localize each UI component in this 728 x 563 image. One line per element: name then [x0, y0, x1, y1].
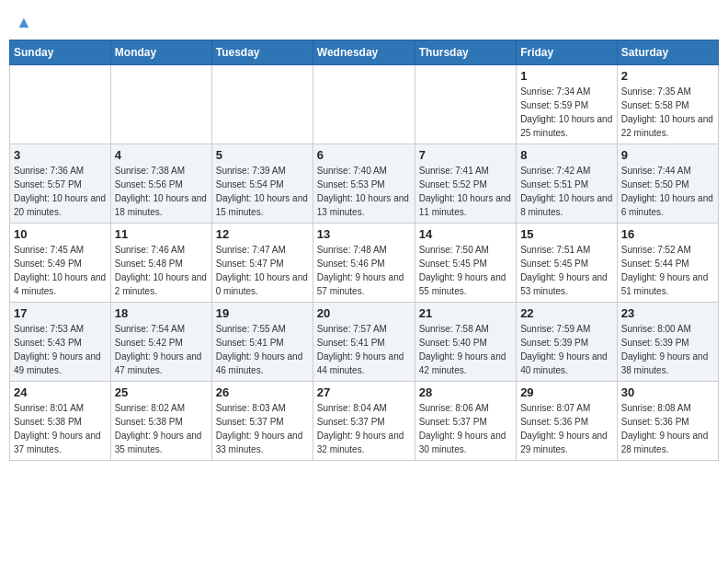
calendar-cell [313, 65, 415, 144]
day-number: 15 [520, 227, 613, 241]
calendar-cell: 7Sunrise: 7:41 AMSunset: 5:52 PMDaylight… [415, 144, 516, 224]
day-number: 2 [621, 69, 714, 83]
day-detail: Sunrise: 7:52 AMSunset: 5:44 PMDaylight:… [621, 243, 714, 298]
day-number: 18 [115, 306, 208, 320]
day-detail: Sunrise: 7:48 AMSunset: 5:46 PMDaylight:… [317, 243, 411, 298]
day-number: 10 [14, 227, 107, 241]
day-number: 12 [216, 227, 309, 241]
calendar-week-row: 10Sunrise: 7:45 AMSunset: 5:49 PMDayligh… [10, 224, 719, 303]
day-detail: Sunrise: 7:36 AMSunset: 5:57 PMDaylight:… [14, 164, 107, 219]
day-number: 24 [14, 385, 107, 399]
calendar-cell: 10Sunrise: 7:45 AMSunset: 5:49 PMDayligh… [10, 224, 111, 303]
calendar-week-row: 17Sunrise: 7:53 AMSunset: 5:43 PMDayligh… [10, 303, 719, 382]
day-number: 11 [115, 227, 208, 241]
day-number: 17 [14, 306, 107, 320]
day-number: 6 [317, 148, 411, 162]
calendar-cell: 24Sunrise: 8:01 AMSunset: 5:38 PMDayligh… [10, 382, 111, 461]
calendar-cell: 14Sunrise: 7:50 AMSunset: 5:45 PMDayligh… [415, 224, 516, 303]
day-detail: Sunrise: 8:07 AMSunset: 5:36 PMDaylight:… [520, 401, 613, 456]
day-detail: Sunrise: 7:59 AMSunset: 5:39 PMDaylight:… [520, 322, 613, 377]
day-number: 30 [621, 385, 714, 399]
day-detail: Sunrise: 7:41 AMSunset: 5:52 PMDaylight:… [419, 164, 512, 219]
day-detail: Sunrise: 7:53 AMSunset: 5:43 PMDaylight:… [14, 322, 107, 377]
logo: ▲ [15, 13, 33, 29]
day-number: 13 [317, 227, 411, 241]
day-detail: Sunrise: 7:51 AMSunset: 5:45 PMDaylight:… [520, 243, 613, 298]
day-detail: Sunrise: 8:03 AMSunset: 5:37 PMDaylight:… [216, 401, 309, 456]
calendar-cell: 21Sunrise: 7:58 AMSunset: 5:40 PMDayligh… [415, 303, 516, 382]
day-number: 23 [621, 306, 714, 320]
day-number: 22 [520, 306, 613, 320]
calendar-cell: 18Sunrise: 7:54 AMSunset: 5:42 PMDayligh… [110, 303, 211, 382]
calendar-cell: 27Sunrise: 8:04 AMSunset: 5:37 PMDayligh… [313, 382, 415, 461]
calendar-cell: 30Sunrise: 8:08 AMSunset: 5:36 PMDayligh… [617, 382, 718, 461]
calendar-cell: 23Sunrise: 8:00 AMSunset: 5:39 PMDayligh… [617, 303, 718, 382]
header: ▲ [9, 9, 719, 32]
calendar-cell: 5Sunrise: 7:39 AMSunset: 5:54 PMDaylight… [211, 144, 313, 224]
weekday-header: Tuesday [211, 40, 313, 65]
day-number: 9 [621, 148, 714, 162]
day-detail: Sunrise: 7:47 AMSunset: 5:47 PMDaylight:… [216, 243, 309, 298]
day-detail: Sunrise: 7:39 AMSunset: 5:54 PMDaylight:… [216, 164, 309, 219]
logo-icon: ▲ [16, 13, 32, 32]
calendar-cell: 29Sunrise: 8:07 AMSunset: 5:36 PMDayligh… [517, 382, 618, 461]
calendar-week-row: 3Sunrise: 7:36 AMSunset: 5:57 PMDaylight… [10, 144, 719, 224]
calendar-cell: 13Sunrise: 7:48 AMSunset: 5:46 PMDayligh… [313, 224, 415, 303]
calendar-cell: 19Sunrise: 7:55 AMSunset: 5:41 PMDayligh… [211, 303, 313, 382]
weekday-header: Wednesday [313, 40, 415, 65]
day-number: 26 [216, 385, 309, 399]
weekday-header: Friday [517, 40, 618, 65]
calendar-cell: 22Sunrise: 7:59 AMSunset: 5:39 PMDayligh… [517, 303, 618, 382]
calendar-cell: 9Sunrise: 7:44 AMSunset: 5:50 PMDaylight… [617, 144, 718, 224]
day-detail: Sunrise: 8:01 AMSunset: 5:38 PMDaylight:… [14, 401, 107, 456]
day-number: 19 [216, 306, 309, 320]
day-number: 21 [419, 306, 512, 320]
calendar-cell: 16Sunrise: 7:52 AMSunset: 5:44 PMDayligh… [617, 224, 718, 303]
day-number: 1 [520, 69, 613, 83]
day-number: 20 [317, 306, 411, 320]
day-detail: Sunrise: 7:40 AMSunset: 5:53 PMDaylight:… [317, 164, 411, 219]
calendar-cell: 25Sunrise: 8:02 AMSunset: 5:38 PMDayligh… [110, 382, 211, 461]
weekday-header: Thursday [415, 40, 516, 65]
weekday-header: Saturday [617, 40, 718, 65]
calendar-cell [415, 65, 516, 144]
day-detail: Sunrise: 7:54 AMSunset: 5:42 PMDaylight:… [115, 322, 208, 377]
calendar-cell [110, 65, 211, 144]
calendar: SundayMondayTuesdayWednesdayThursdayFrid… [9, 40, 719, 461]
calendar-cell [211, 65, 313, 144]
day-detail: Sunrise: 8:02 AMSunset: 5:38 PMDaylight:… [115, 401, 208, 456]
calendar-cell: 20Sunrise: 7:57 AMSunset: 5:41 PMDayligh… [313, 303, 415, 382]
day-detail: Sunrise: 7:55 AMSunset: 5:41 PMDaylight:… [216, 322, 309, 377]
day-detail: Sunrise: 7:34 AMSunset: 5:59 PMDaylight:… [520, 85, 613, 140]
day-detail: Sunrise: 8:06 AMSunset: 5:37 PMDaylight:… [419, 401, 512, 456]
calendar-cell: 3Sunrise: 7:36 AMSunset: 5:57 PMDaylight… [10, 144, 111, 224]
calendar-cell: 6Sunrise: 7:40 AMSunset: 5:53 PMDaylight… [313, 144, 415, 224]
day-number: 16 [621, 227, 714, 241]
day-number: 3 [14, 148, 107, 162]
calendar-cell: 8Sunrise: 7:42 AMSunset: 5:51 PMDaylight… [517, 144, 618, 224]
calendar-cell: 28Sunrise: 8:06 AMSunset: 5:37 PMDayligh… [415, 382, 516, 461]
calendar-cell: 2Sunrise: 7:35 AMSunset: 5:58 PMDaylight… [617, 65, 718, 144]
day-detail: Sunrise: 7:58 AMSunset: 5:40 PMDaylight:… [419, 322, 512, 377]
calendar-cell [10, 65, 111, 144]
day-number: 5 [216, 148, 309, 162]
day-number: 28 [419, 385, 512, 399]
day-number: 8 [520, 148, 613, 162]
calendar-cell: 26Sunrise: 8:03 AMSunset: 5:37 PMDayligh… [211, 382, 313, 461]
calendar-cell: 1Sunrise: 7:34 AMSunset: 5:59 PMDaylight… [517, 65, 618, 144]
day-detail: Sunrise: 7:45 AMSunset: 5:49 PMDaylight:… [14, 243, 107, 298]
calendar-cell: 11Sunrise: 7:46 AMSunset: 5:48 PMDayligh… [110, 224, 211, 303]
day-number: 29 [520, 385, 613, 399]
day-detail: Sunrise: 7:57 AMSunset: 5:41 PMDaylight:… [317, 322, 411, 377]
day-number: 27 [317, 385, 411, 399]
day-detail: Sunrise: 7:35 AMSunset: 5:58 PMDaylight:… [621, 85, 714, 140]
day-detail: Sunrise: 7:50 AMSunset: 5:45 PMDaylight:… [419, 243, 512, 298]
day-detail: Sunrise: 8:08 AMSunset: 5:36 PMDaylight:… [621, 401, 714, 456]
calendar-header-row: SundayMondayTuesdayWednesdayThursdayFrid… [10, 40, 719, 65]
weekday-header: Monday [110, 40, 211, 65]
calendar-cell: 17Sunrise: 7:53 AMSunset: 5:43 PMDayligh… [10, 303, 111, 382]
day-detail: Sunrise: 7:42 AMSunset: 5:51 PMDaylight:… [520, 164, 613, 219]
day-detail: Sunrise: 8:04 AMSunset: 5:37 PMDaylight:… [317, 401, 411, 456]
calendar-week-row: 1Sunrise: 7:34 AMSunset: 5:59 PMDaylight… [10, 65, 719, 144]
calendar-cell: 15Sunrise: 7:51 AMSunset: 5:45 PMDayligh… [517, 224, 618, 303]
